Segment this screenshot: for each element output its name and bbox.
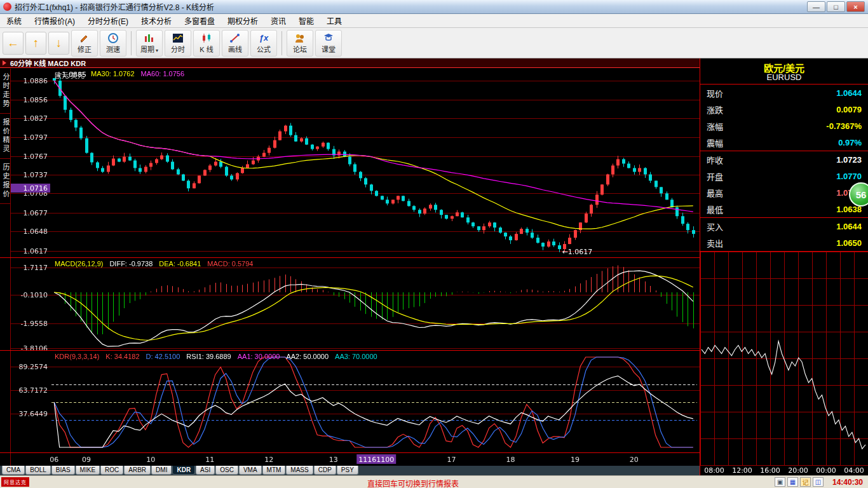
candlestick-icon bbox=[201, 32, 212, 44]
quote-row-bid: 买入 1.0644 bbox=[700, 218, 868, 234]
macd-params: MACD(26,12,9) bbox=[55, 260, 103, 268]
pair-label: 欧元/美元 bbox=[55, 70, 85, 80]
down-button[interactable]: ↓ bbox=[48, 32, 69, 55]
period-bars-icon bbox=[144, 32, 155, 44]
menu-smart[interactable]: 智能 bbox=[292, 13, 320, 28]
sidetab-history-quotes[interactable]: 历史报价 bbox=[0, 159, 11, 204]
close-button[interactable]: × bbox=[846, 1, 865, 12]
tab-boll[interactable]: BOLL bbox=[25, 466, 51, 475]
clock-time: 14:40:30 bbox=[832, 478, 863, 487]
menu-system[interactable]: 系统 bbox=[0, 13, 28, 28]
period-button[interactable]: 周期▾ bbox=[136, 30, 163, 57]
menu-intraday-analysis[interactable]: 分时分析(E) bbox=[81, 13, 135, 28]
tab-mass[interactable]: MASS bbox=[286, 466, 313, 475]
kline-label: K 线 bbox=[200, 44, 213, 54]
toolbar: ← ↑ ↓ 修正 测速 周期▾ 分时 bbox=[0, 28, 868, 58]
ma60-value: MA60: 1.0756 bbox=[141, 70, 185, 80]
tab-bias[interactable]: BIAS bbox=[51, 466, 75, 475]
up-button[interactable]: ↑ bbox=[25, 32, 46, 55]
indicator-tab-strip: CMA BOLL BIAS MIKE ROC ARBR DMI KDR ASI … bbox=[0, 466, 700, 475]
intraday-button[interactable]: 分时 bbox=[165, 30, 191, 57]
intraday-mini-chart[interactable] bbox=[700, 252, 868, 475]
quote-row-change: 涨跌 0.0079 bbox=[700, 101, 868, 118]
draw-line-button[interactable]: 画线 bbox=[222, 30, 248, 57]
draw-line-label: 画线 bbox=[228, 44, 242, 54]
kline-button[interactable]: K 线 bbox=[193, 30, 220, 57]
trend-line-icon bbox=[172, 32, 184, 44]
up-arrow-icon: ↑ bbox=[33, 36, 39, 50]
minimize-button[interactable]: — bbox=[807, 1, 825, 12]
pencil-edit-icon bbox=[79, 32, 90, 44]
formula-button[interactable]: ƒx 公式 bbox=[250, 30, 277, 57]
window-controls: — □ × bbox=[807, 1, 865, 12]
kdr-params: KDR(9,3,3,14) bbox=[55, 353, 99, 360]
app-logo-icon bbox=[3, 3, 11, 11]
menu-quotes[interactable]: 行情报价(A) bbox=[28, 13, 81, 28]
quote-row-open: 开盘 1.0770 bbox=[700, 168, 868, 184]
macd-legend: MACD(26,12,9) DIFF: -0.9738 DEA: -0.6841… bbox=[55, 260, 253, 268]
tab-psy[interactable]: PSY bbox=[337, 466, 358, 475]
quote-row-amplitude: 震幅 0.97% bbox=[700, 134, 868, 151]
window-title: 招行外汇1(fxhq1) - 招商银行外汇通行情分析V2.8 - K线分析 bbox=[15, 1, 214, 12]
chart-type-icon bbox=[3, 60, 6, 65]
d-value: D: 42.5100 bbox=[146, 353, 180, 360]
quote-row-ask: 卖出 1.0650 bbox=[700, 234, 868, 251]
aa2-value: AA2: 50.0000 bbox=[286, 353, 329, 360]
forum-button[interactable]: 论坛 bbox=[287, 30, 313, 57]
speed-test-button[interactable]: 测速 bbox=[100, 30, 126, 57]
main-chart-legend: 欧元/美元 MA30: 1.0762 MA60: 1.0756 bbox=[55, 70, 184, 80]
rsi1-value: RSI1: 39.6889 bbox=[186, 353, 231, 360]
sidetab-quote-wizard[interactable]: 报价精灵 bbox=[0, 114, 11, 159]
status-bar: 阿思达克 直接回车可切换到行情报表 ▣ ▦ 记 ◫ 14:40:30 bbox=[0, 475, 868, 488]
tab-asi[interactable]: ASI bbox=[196, 466, 215, 475]
kdr-chart[interactable] bbox=[11, 351, 700, 452]
tab-kdr[interactable]: KDR bbox=[172, 466, 195, 475]
menu-options-analysis[interactable]: 期权分析 bbox=[221, 13, 264, 28]
panel-divider bbox=[0, 257, 700, 258]
intraday-label: 分时 bbox=[171, 44, 185, 54]
down-arrow-icon: ↓ bbox=[56, 36, 62, 50]
toolbar-separator bbox=[281, 31, 282, 55]
people-forum-icon bbox=[294, 32, 306, 44]
tab-osc[interactable]: OSC bbox=[215, 466, 238, 475]
menu-news[interactable]: 资讯 bbox=[264, 13, 292, 28]
pair-name-cn: 欧元/美元 bbox=[700, 58, 868, 72]
tab-roc[interactable]: ROC bbox=[100, 466, 123, 475]
app-window: 招行外汇1(fxhq1) - 招商银行外汇通行情分析V2.8 - K线分析 — … bbox=[0, 0, 868, 488]
quote-row-high: 最高 1.0742 bbox=[700, 184, 868, 201]
tab-vma[interactable]: VMA bbox=[239, 466, 262, 475]
maximize-button[interactable]: □ bbox=[827, 1, 845, 12]
tab-mike[interactable]: MIKE bbox=[76, 466, 100, 475]
tab-cma[interactable]: CMA bbox=[2, 466, 25, 475]
tab-mtm[interactable]: MTM bbox=[262, 466, 286, 475]
tab-arbr[interactable]: ARBR bbox=[124, 466, 151, 475]
menu-tools[interactable]: 工具 bbox=[320, 13, 348, 28]
grid-icon[interactable]: ▦ bbox=[787, 477, 798, 487]
note-icon[interactable]: 记 bbox=[800, 477, 811, 487]
classroom-button[interactable]: 课堂 bbox=[315, 30, 342, 57]
forum-label: 论坛 bbox=[293, 44, 307, 54]
main-kline-chart[interactable] bbox=[11, 68, 700, 257]
draw-line-icon bbox=[229, 32, 241, 44]
tab-dmi[interactable]: DMI bbox=[151, 466, 172, 475]
macd-chart[interactable] bbox=[11, 258, 700, 350]
windows-icon[interactable]: ▣ bbox=[775, 477, 785, 487]
aa1-value: AA1: 30.0000 bbox=[238, 353, 280, 360]
diff-value: DIFF: -0.9738 bbox=[109, 260, 153, 268]
chart-header-title: 60分钟 K线 MACD KDR bbox=[10, 58, 86, 68]
back-button[interactable]: ← bbox=[3, 32, 24, 55]
status-icons: ▣ ▦ 记 ◫ bbox=[775, 477, 824, 487]
time-axis bbox=[11, 453, 700, 466]
menu-bar: 系统 行情报价(A) 分时分析(E) 技术分析 多窗看盘 期权分析 资讯 智能 … bbox=[0, 14, 868, 28]
menu-multi-window[interactable]: 多窗看盘 bbox=[178, 13, 221, 28]
chart-icon[interactable]: ◫ bbox=[813, 477, 824, 487]
quote-row-low: 最低 1.0638 bbox=[700, 201, 868, 217]
tab-cdp[interactable]: CDP bbox=[314, 466, 336, 475]
status-hint: 直接回车可切换到行情报表 bbox=[273, 478, 553, 488]
correct-button[interactable]: 修正 bbox=[71, 30, 98, 57]
formula-fx-icon: ƒx bbox=[259, 32, 268, 44]
menu-technical-analysis[interactable]: 技术分析 bbox=[135, 13, 178, 28]
sidetab-intraday-trend[interactable]: 分时走势 bbox=[0, 69, 11, 114]
quote-row-prev-close: 昨收 1.0723 bbox=[700, 151, 868, 168]
notification-badge[interactable]: 56 bbox=[849, 182, 868, 207]
